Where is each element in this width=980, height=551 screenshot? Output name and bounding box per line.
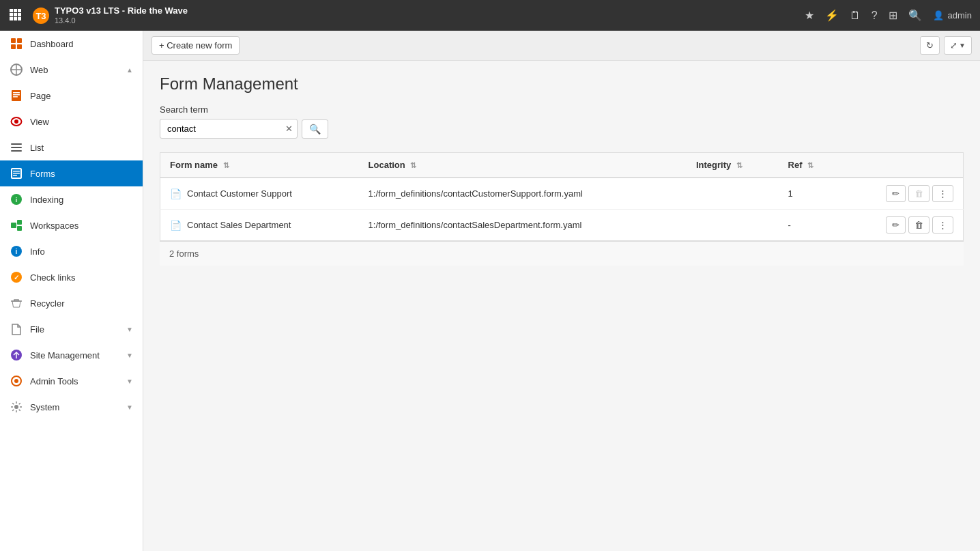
sort-ref-icon[interactable]: ⇅ — [807, 161, 813, 169]
content-area: Form Management Search term ✕ 🔍 Form nam… — [143, 61, 980, 551]
svg-rect-2 — [18, 9, 21, 12]
sidebar-item-dashboard[interactable]: Dashboard — [0, 31, 143, 57]
workspaces-icon — [10, 218, 23, 232]
svg-rect-11 — [11, 38, 16, 43]
sidebar-item-workspaces[interactable]: Workspaces — [0, 212, 143, 238]
sidebar-item-sitemgmt[interactable]: Site Management ▼ — [0, 342, 143, 368]
sidebar-label-info: Info — [30, 246, 45, 257]
svg-rect-3 — [10, 13, 13, 16]
sidebar-item-recycler[interactable]: Recycler — [0, 290, 143, 316]
sidebar-label-sitemgmt: Site Management — [30, 350, 100, 361]
sort-integrity-icon[interactable]: ⇅ — [736, 161, 743, 169]
cell-name-1: 📄 Contact Customer Support — [160, 178, 359, 210]
cell-location-1: 1:/form_definitions/contactCustomerSuppo… — [359, 178, 687, 210]
svg-rect-25 — [11, 150, 22, 152]
table-row: 📄 Contact Sales Department 1:/form_defin… — [160, 210, 964, 241]
apps-menu-button[interactable] — [8, 8, 22, 23]
list-icon — [10, 141, 23, 154]
note-icon[interactable]: 🗒 — [850, 10, 861, 22]
sidebar: Dashboard Web ▲ Page View List — [0, 31, 143, 551]
sidebar-item-admintools[interactable]: Admin Tools ▼ — [0, 368, 143, 394]
info-icon: i — [10, 244, 23, 258]
sitemgmt-icon — [10, 348, 23, 362]
search-input[interactable] — [160, 119, 297, 138]
svg-rect-29 — [13, 175, 17, 176]
file-icon — [10, 322, 23, 336]
sidebar-item-checklinks[interactable]: ✓ Check links — [0, 264, 143, 290]
sidebar-item-list[interactable]: List — [0, 135, 143, 160]
sort-name-icon[interactable]: ⇅ — [223, 161, 229, 169]
sidebar-label-file: File — [30, 324, 44, 335]
form-file-icon-1: 📄 — [170, 188, 182, 199]
sidebar-item-forms[interactable]: Forms — [0, 160, 143, 186]
system-icon — [10, 400, 23, 414]
layout: Dashboard Web ▲ Page View List — [0, 31, 980, 551]
search-button[interactable]: 🔍 — [302, 119, 328, 139]
edit-icon-1: ✏ — [892, 188, 899, 199]
forms-icon — [10, 167, 23, 180]
delete-button-2[interactable]: 🗑 — [908, 216, 929, 234]
cell-actions-2: ✏ 🗑 ⋮ — [841, 210, 964, 241]
sidebar-item-info[interactable]: i Info — [0, 238, 143, 264]
svg-rect-18 — [12, 90, 21, 101]
sidebar-item-system[interactable]: System ▼ — [0, 394, 143, 420]
web-icon — [10, 63, 23, 76]
sidebar-item-file[interactable]: File ▼ — [0, 316, 143, 342]
svg-rect-8 — [18, 17, 21, 20]
cell-name-2: 📄 Contact Sales Department — [160, 210, 359, 241]
flash-icon[interactable]: ⚡ — [825, 9, 839, 22]
svg-rect-19 — [13, 92, 20, 94]
svg-rect-0 — [10, 9, 13, 12]
search-submit-icon: 🔍 — [309, 124, 321, 135]
sidebar-label-indexing: Indexing — [30, 195, 63, 205]
cell-integrity-2 — [687, 210, 779, 241]
page-title: Form Management — [160, 74, 964, 94]
username: admin — [948, 10, 972, 20]
file-arrow-icon: ▼ — [126, 326, 133, 333]
sidebar-item-indexing[interactable]: i Indexing — [0, 186, 143, 212]
refresh-icon: ↻ — [926, 40, 934, 51]
sitemgmt-arrow-icon: ▼ — [126, 352, 133, 359]
edit-button-2[interactable]: ✏ — [886, 216, 906, 234]
app-version: 13.4.0 — [55, 16, 188, 25]
col-header-location: Location ⇅ — [359, 153, 687, 178]
forms-count: 2 forms — [160, 241, 964, 266]
sort-location-icon[interactable]: ⇅ — [410, 161, 416, 169]
indexing-icon: i — [10, 193, 23, 206]
more-button-1[interactable]: ⋮ — [932, 185, 953, 202]
create-form-button[interactable]: + Create new form — [152, 36, 240, 55]
sidebar-label-page: Page — [30, 91, 51, 101]
sidebar-item-page[interactable]: Page — [0, 83, 143, 109]
search-icon[interactable]: 🔍 — [908, 9, 922, 22]
edit-icon-2: ✏ — [892, 220, 899, 230]
more-button-2[interactable]: ⋮ — [932, 216, 953, 234]
user-avatar-icon: 👤 — [933, 10, 944, 20]
grid-icon[interactable]: ⊞ — [889, 9, 897, 22]
share-arrow-icon: ▼ — [959, 42, 966, 49]
cell-actions-1: ✏ 🗑 ⋮ — [841, 178, 964, 210]
system-arrow-icon: ▼ — [126, 404, 133, 411]
sidebar-label-system: System — [30, 402, 59, 412]
sidebar-item-view[interactable]: View — [0, 109, 143, 135]
search-row: ✕ 🔍 — [160, 119, 964, 139]
svg-rect-6 — [10, 17, 13, 20]
share-button[interactable]: ⤢ ▼ — [944, 36, 972, 55]
svg-rect-20 — [13, 94, 20, 96]
svg-text:T3: T3 — [35, 11, 46, 21]
delete-button-1[interactable]: 🗑 — [908, 185, 929, 202]
cell-ref-1: 1 — [779, 178, 841, 210]
user-menu[interactable]: 👤 admin — [933, 10, 972, 20]
svg-text:i: i — [16, 197, 18, 203]
svg-rect-21 — [13, 96, 18, 98]
svg-rect-14 — [17, 44, 22, 49]
sidebar-label-forms: Forms — [30, 169, 55, 179]
sidebar-item-web[interactable]: Web ▲ — [0, 57, 143, 83]
bookmark-icon[interactable]: ★ — [805, 9, 814, 22]
svg-rect-13 — [11, 44, 16, 49]
search-clear-button[interactable]: ✕ — [285, 124, 293, 133]
help-icon[interactable]: ? — [871, 10, 878, 22]
edit-button-1[interactable]: ✏ — [886, 185, 906, 202]
refresh-button[interactable]: ↻ — [920, 36, 940, 55]
col-header-integrity: Integrity ⇅ — [687, 153, 779, 178]
main-area: + Create new form ↻ ⤢ ▼ Form Management … — [143, 31, 980, 551]
